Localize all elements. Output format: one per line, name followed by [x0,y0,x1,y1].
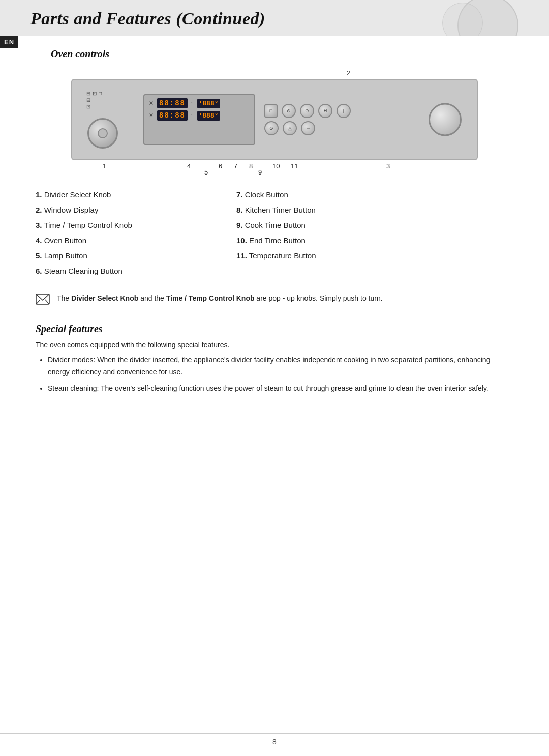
display-icon-1: ☀ [148,100,154,107]
diagram-num-1: 1 [103,162,106,170]
symbol-square2: ⊟ [86,97,90,103]
part-item-6: 6. Steam Cleaning Button [36,265,216,277]
up-button[interactable]: △ [283,121,297,135]
diagram-num-8: 8 [249,162,253,170]
diagram-label-2: 2 [66,69,483,77]
diagram-num-7: 7 [234,162,237,170]
symbol-row-3: ⊡ [86,104,102,109]
button-panel: □ ⊙ ⊙ H | ⊙ △ → [264,104,351,135]
diagram-num-10: 10 [272,162,280,170]
oven-diagram: 2 ⊟ ⊡ □ ⊟ ⊡ [66,69,483,179]
display-icon-2: ☀ [148,112,154,119]
symbol-row-1: ⊟ ⊡ □ [86,91,102,96]
symbol-square: ⊡ [93,91,97,96]
part-item-8: 8. Kitchen Timer Button [236,204,417,216]
diagram-num-6: 6 [219,162,222,170]
diagram-num-5: 5 [204,168,208,176]
page-number: 8 [272,738,277,746]
part-item-3: 3. Time / Temp Control Knob [36,219,216,231]
display-arrow-2: ↑ [191,113,193,118]
part-item-10: 10. End Time Button [236,235,417,247]
header-banner: Parts and Features (Continued) [0,0,549,36]
note-bold-1: Divider Select Knob [71,294,138,302]
diagram-num-11: 11 [291,162,298,170]
btn-row-top: □ ⊙ ⊙ H | [264,104,351,118]
svg-line-2 [45,300,49,304]
display-time-1: 88:88 [157,98,188,108]
svg-line-1 [36,300,40,304]
part-item-empty [236,265,417,277]
page-footer: 8 [0,733,549,746]
special-features-intro: The oven comes equipped with the followi… [36,341,513,349]
cook-time-button-arrow[interactable]: → [301,121,315,135]
oven-controls-title: Oven controls [51,48,513,60]
special-bullet-1: Divider modes: When the divider inserted… [48,354,513,379]
knob-symbols: ⊟ ⊡ □ ⊟ ⊡ [86,91,102,109]
symbol-grid: ⊟ [86,91,90,96]
main-content: Oven controls 2 ⊟ ⊡ □ ⊟ [0,36,549,414]
btn-row-bottom: ⊙ △ → [264,121,351,135]
diagram-num-3: 3 [386,162,390,170]
oven-button[interactable]: □ [264,104,278,118]
note-box: The Divider Select Knob and the Time / T… [36,293,391,308]
note-text: The Divider Select Knob and the Time / T… [57,293,383,304]
divider-select-knob[interactable] [87,118,118,149]
oven-panel: ⊟ ⊡ □ ⊟ ⊡ ☀ [71,79,478,160]
part-item-9: 9. Cook Time Button [236,219,417,231]
window-display: ☀ 88:88 ↑ '888° ☀ 88:88 ↑ '888° [143,94,255,145]
diagram-num-9: 9 [258,168,262,176]
part-item-1: 1. Divider Select Knob [36,189,216,201]
part-item-5: 5. Lamp Button [36,250,216,262]
lamp-button[interactable]: ⊙ [264,121,279,135]
symbol-row-2: ⊟ [86,97,102,103]
note-bold-2: Time / Temp Control Knob [166,294,255,302]
part-item-2: 2. Window Display [36,204,216,216]
special-features-title: Special features [36,323,513,335]
part-item-7: 7. Clock Button [236,189,417,201]
end-time-button-h[interactable]: H [318,104,332,118]
left-knob-area: ⊟ ⊡ □ ⊟ ⊡ [82,86,138,153]
probe-button[interactable]: | [337,104,351,118]
kitchen-timer-button[interactable]: ⊙ [300,104,314,118]
knob-inner-circle [98,128,108,138]
symbol-dot: □ [99,91,102,96]
display-time-2: 88:88 [157,110,188,121]
display-arrow-1: ↑ [191,101,193,106]
display-row-2: ☀ 88:88 ↑ '888° [148,110,250,121]
clock-button[interactable]: ⊙ [282,104,296,118]
time-temp-control-knob[interactable] [429,103,462,136]
display-temp-1: '888° [197,99,220,108]
special-features-list: Divider modes: When the divider inserted… [36,354,513,394]
display-temp-2: '888° [197,111,220,121]
note-icon [36,294,50,308]
symbol-small: ⊡ [86,104,90,109]
diagram-num-4: 4 [187,162,191,170]
display-row-1: ☀ 88:88 ↑ '888° [148,98,250,108]
part-item-4: 4. Oven Button [36,235,216,247]
parts-list: 1. Divider Select Knob 7. Clock Button 2… [36,189,417,277]
part-item-11: 11. Temperature Button [236,250,417,262]
special-bullet-2: Steam cleaning: The oven's self-cleaning… [48,383,513,395]
